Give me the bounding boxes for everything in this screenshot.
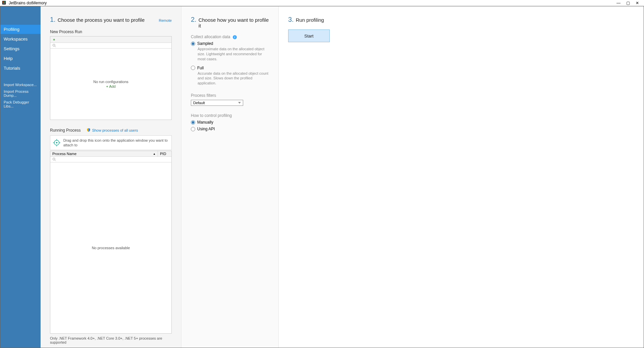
- svg-line-5: [55, 46, 56, 47]
- shield-icon: [87, 127, 91, 133]
- show-all-users-link[interactable]: Show processes of all users: [92, 128, 138, 132]
- sidebar-sub-pack-debugger[interactable]: Pack Debugger Libs...: [0, 99, 41, 110]
- process-filters-label: Process filters: [191, 93, 269, 98]
- title-bar: JetBrains dotMemory — ▢ ✕: [0, 0, 644, 6]
- app-title: JetBrains dotMemory: [9, 1, 47, 5]
- step3-title: Run profiling: [296, 17, 324, 23]
- step1-number: 1.: [50, 16, 56, 23]
- radio-using-api[interactable]: Using API: [191, 127, 269, 131]
- info-icon[interactable]: i: [233, 35, 237, 39]
- radio-manually[interactable]: Manually: [191, 120, 269, 125]
- new-run-search-input[interactable]: [56, 43, 169, 48]
- step2-column: 2. Choose how you want to profile it Col…: [181, 6, 279, 348]
- new-run-body: No run configurations + Add: [50, 49, 171, 120]
- attach-hint-box: Drag and drop this icon onto the applica…: [50, 135, 172, 150]
- radio-using-api-input[interactable]: [191, 127, 195, 131]
- step1-heading: 1. Choose the process you want to profil…: [50, 16, 172, 23]
- sidebar-item-tutorials[interactable]: Tutorials: [0, 64, 41, 73]
- app-shell: Profiling Workspaces Settings Help Tutor…: [0, 6, 644, 348]
- no-run-config-text: No run configurations: [93, 80, 128, 84]
- main-content: 1. Choose the process you want to profil…: [41, 6, 644, 348]
- step3-number: 3.: [288, 16, 294, 23]
- step3-column: 3. Run profiling Start: [279, 6, 644, 348]
- svg-rect-2: [4, 1, 5, 2]
- step2-heading: 2. Choose how you want to profile it: [191, 16, 269, 28]
- crosshair-icon[interactable]: [52, 138, 61, 148]
- start-button[interactable]: Start: [288, 29, 330, 42]
- window-close-button[interactable]: ✕: [633, 1, 642, 5]
- radio-full-input[interactable]: [191, 66, 195, 70]
- sidebar-sub-import-dump[interactable]: Import Process Dump...: [0, 88, 41, 99]
- sidebar-nav: Profiling Workspaces Settings Help Tutor…: [0, 25, 41, 73]
- radio-sampled[interactable]: Sampled: [191, 41, 269, 46]
- sidebar-item-profiling[interactable]: Profiling: [0, 25, 41, 34]
- radio-manually-input[interactable]: [191, 120, 195, 125]
- process-table-body: No processes available: [50, 162, 171, 333]
- supported-frameworks-note: Only .NET Framework 4.0+, .NET Core 3.0+…: [50, 336, 172, 344]
- app-icon: [2, 1, 7, 5]
- svg-line-13: [55, 160, 56, 161]
- svg-rect-3: [3, 3, 5, 3]
- col-pid[interactable]: PID: [158, 151, 171, 156]
- svg-point-7: [56, 142, 58, 144]
- process-search-input[interactable]: [56, 157, 169, 162]
- control-profiling-label: How to control profiling: [191, 113, 269, 118]
- step3-heading: 3. Run profiling: [288, 16, 634, 23]
- new-run-panel: + No run configurations + Add: [50, 36, 172, 120]
- new-run-search-row: [50, 43, 171, 49]
- sidebar-sub-import-workspace[interactable]: Import Workspace...: [0, 81, 41, 88]
- sidebar-item-help[interactable]: Help: [0, 54, 41, 63]
- step1-column: 1. Choose the process you want to profil…: [41, 6, 181, 348]
- sidebar-item-settings[interactable]: Settings: [0, 44, 41, 53]
- sort-asc-icon: ▲: [153, 152, 156, 155]
- sidebar: Profiling Workspaces Settings Help Tutor…: [0, 6, 41, 348]
- running-process-label: Running Process: [50, 128, 80, 133]
- remote-link[interactable]: Remote: [159, 18, 172, 22]
- no-processes-text: No processes available: [92, 246, 130, 250]
- window-maximize-button[interactable]: ▢: [623, 1, 633, 5]
- allocation-data-group: Collect allocation data i Sampled Approx…: [191, 34, 269, 86]
- search-icon: [52, 44, 56, 48]
- allocation-data-label: Collect allocation data i: [191, 34, 269, 39]
- svg-rect-1: [3, 1, 4, 2]
- control-profiling-group: How to control profiling Manually Using …: [191, 113, 269, 131]
- running-process-panel: Process Name ▲ PID No processes availabl…: [50, 151, 172, 334]
- full-desc: Accurate data on the allocated object co…: [198, 71, 269, 86]
- radio-sampled-input[interactable]: [191, 42, 195, 46]
- add-run-config-button[interactable]: +: [50, 38, 58, 42]
- svg-point-12: [53, 158, 55, 160]
- step2-number: 2.: [191, 16, 197, 23]
- process-filters-select[interactable]: Default: [191, 100, 243, 106]
- window-minimize-button[interactable]: —: [614, 1, 623, 5]
- svg-point-4: [53, 44, 55, 47]
- add-run-config-link[interactable]: + Add: [106, 84, 115, 88]
- step1-title: Choose the process you want to profile: [58, 17, 145, 23]
- running-process-header: Running Process Show processes of all us…: [50, 127, 172, 133]
- process-filters-group: Process filters Default: [191, 93, 269, 106]
- step2-title: Choose how you want to profile it: [199, 17, 269, 28]
- col-process-name[interactable]: Process Name ▲: [50, 151, 158, 156]
- sidebar-sub: Import Workspace... Import Process Dump.…: [0, 81, 41, 110]
- radio-full[interactable]: Full: [191, 66, 269, 70]
- process-search-row: [50, 157, 171, 162]
- sampled-desc: Approximate data on the allocated object…: [198, 47, 269, 62]
- new-run-label: New Process Run: [50, 29, 172, 34]
- new-run-toolbar: +: [50, 37, 171, 43]
- sidebar-item-workspaces[interactable]: Workspaces: [0, 34, 41, 44]
- process-table-header: Process Name ▲ PID: [50, 151, 171, 157]
- attach-hint-text: Drag and drop this icon onto the applica…: [63, 138, 169, 148]
- search-icon: [52, 157, 56, 161]
